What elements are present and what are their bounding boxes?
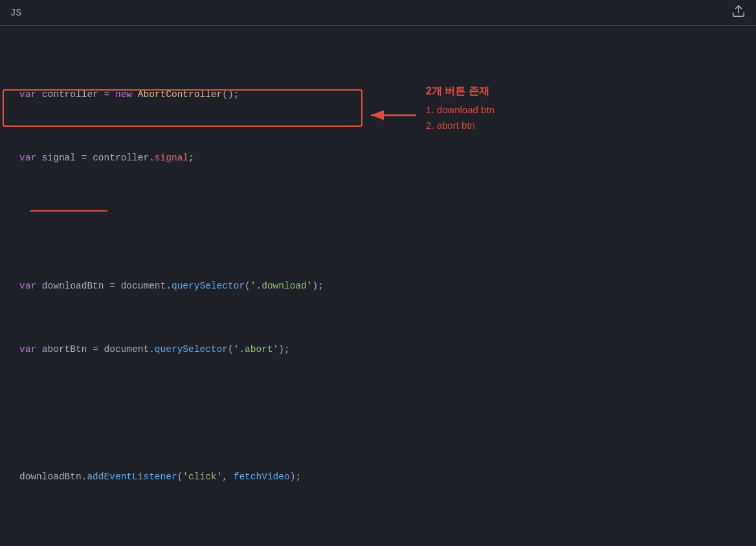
- editor-header: JS: [0, 0, 756, 26]
- annotation-text-block: 2개 버튼 존재 1. download btn 2. abort btn: [426, 83, 495, 133]
- editor-body: var controller = new AbortController(); …: [0, 26, 756, 546]
- annotation-title: 2개 버튼 존재: [426, 83, 495, 100]
- export-icon[interactable]: [731, 4, 746, 21]
- code-line-4: var downloadBtn = document.querySelector…: [19, 278, 737, 294]
- annotation-container: 2개 버튼 존재 1. download btn 2. abort btn: [368, 83, 495, 133]
- editor-container: JS var controller = new AbortController(…: [0, 0, 756, 546]
- code-line-5: var abortBtn = document.querySelector('.…: [19, 342, 737, 358]
- annotation-item-2: 2. abort btn: [426, 118, 495, 133]
- code-line-6: [19, 406, 737, 422]
- code-line-3: [19, 214, 737, 230]
- annotation-item-1: 1. download btn: [426, 102, 495, 118]
- code-line-2: var signal = controller.signal;: [19, 150, 737, 166]
- code-line-7: downloadBtn.addEventListener('click', fe…: [19, 469, 737, 485]
- editor-title: JS: [10, 8, 21, 18]
- arrow-icon: [368, 107, 419, 123]
- code-line-8: [19, 533, 737, 546]
